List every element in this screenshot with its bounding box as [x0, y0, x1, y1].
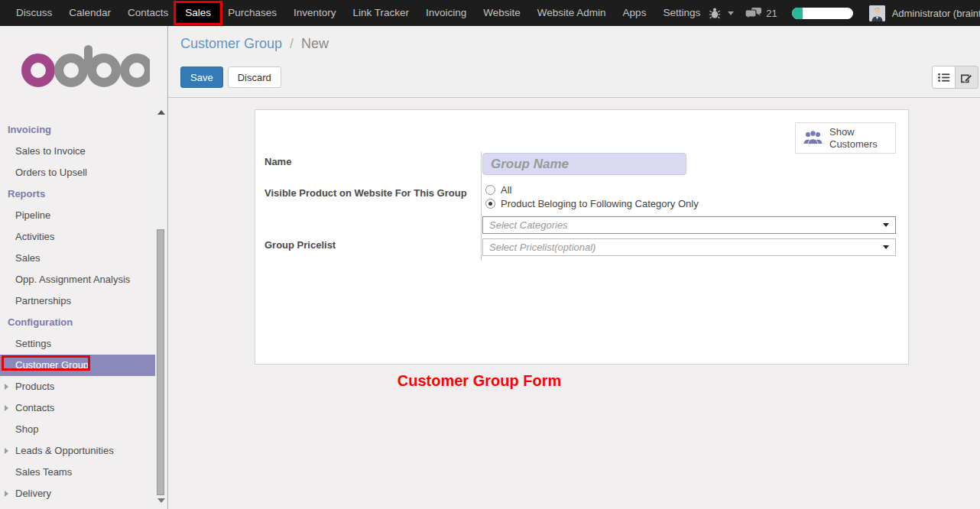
pill-progress-fill	[792, 8, 803, 19]
annotation-caption: Customer Group Form	[168, 372, 790, 390]
menu-invoicing[interactable]: Invoicing	[417, 0, 475, 26]
radio-category-label: Product Beloging to Following Category O…	[501, 198, 699, 209]
sidebar-item-opp-assignment-analysis[interactable]: Opp. Assignment Analysis	[0, 269, 167, 290]
save-button[interactable]: Save	[180, 66, 223, 88]
sidebar-item-delivery[interactable]: Delivery	[0, 483, 167, 504]
menu-website-admin[interactable]: Website Admin	[529, 0, 615, 26]
sidebar-item-leads-label: Leads & Opportunities	[15, 445, 114, 456]
list-icon	[938, 73, 950, 83]
menu-website[interactable]: Website	[475, 0, 529, 26]
messages-chat-icon[interactable]	[745, 7, 762, 19]
pricelist-field-label: Group Pricelist	[264, 239, 336, 251]
status-progress-pill[interactable]	[792, 8, 853, 19]
sidebar-item-sales[interactable]: Sales	[0, 248, 167, 269]
customers-users-icon	[803, 130, 823, 146]
form-column-divider	[481, 152, 482, 261]
main-content: Show Customers Name Visible Product on W…	[168, 98, 980, 509]
show-customers-button[interactable]: Show Customers	[795, 122, 896, 154]
user-menu[interactable]: Administrator (braintree)	[892, 8, 980, 19]
sidebar-item-sales-teams[interactable]: Sales Teams	[0, 462, 167, 483]
sidebar-item-sales-to-invoice[interactable]: Sales to Invoice	[0, 141, 167, 162]
sidebar-item-shop[interactable]: Shop	[0, 419, 167, 440]
visibility-field-label: Visible Product on Website For This Grou…	[264, 187, 467, 199]
radio-category-circle[interactable]	[485, 199, 495, 209]
menu-discuss[interactable]: Discuss	[8, 0, 60, 26]
scroll-down-arrow-icon[interactable]	[157, 498, 165, 503]
scroll-up-arrow-icon[interactable]	[157, 110, 165, 115]
expand-arrow-icon	[5, 405, 8, 411]
group-name-input[interactable]	[482, 153, 686, 175]
sidebar-item-delivery-label: Delivery	[15, 488, 51, 499]
breadcrumb-separator: /	[286, 36, 297, 51]
breadcrumb-customer-group-link[interactable]: Customer Group	[180, 36, 282, 51]
section-invoicing: Invoicing	[0, 119, 167, 141]
dropdown-caret-icon	[883, 245, 889, 249]
menu-contacts[interactable]: Contacts	[119, 0, 177, 26]
form-sheet: Show Customers Name Visible Product on W…	[255, 109, 909, 365]
app-sidebar: Invoicing Sales to Invoice Orders to Ups…	[0, 26, 168, 509]
scrollbar-thumb[interactable]	[157, 229, 164, 495]
section-configuration: Configuration	[0, 312, 167, 333]
form-view-button[interactable]	[955, 66, 978, 89]
breadcrumb-current: New	[301, 36, 329, 51]
breadcrumb: Customer Group / New	[180, 36, 329, 52]
radio-all-label: All	[501, 184, 511, 196]
odoo-logo	[0, 26, 167, 102]
radio-option-category-only[interactable]: Product Beloging to Following Category O…	[485, 198, 699, 209]
sidebar-menu: Invoicing Sales to Invoice Orders to Ups…	[0, 119, 167, 504]
expand-arrow-icon	[5, 448, 8, 454]
sidebar-item-pipeline[interactable]: Pipeline	[0, 205, 167, 226]
sidebar-item-orders-to-upsell[interactable]: Orders to Upsell	[0, 162, 167, 183]
select-categories-dropdown[interactable]: Select Categories	[482, 216, 896, 234]
list-view-button[interactable]	[932, 66, 956, 89]
menu-settings[interactable]: Settings	[654, 0, 709, 26]
control-panel: Customer Group / New Save Discard	[168, 26, 980, 98]
message-count-badge[interactable]: 21	[766, 8, 777, 19]
section-reports: Reports	[0, 183, 167, 205]
sidebar-scrollbar[interactable]	[156, 105, 166, 507]
menu-sales[interactable]: Sales	[177, 0, 219, 26]
menu-inventory[interactable]: Inventory	[285, 0, 345, 26]
sidebar-item-leads-opportunities[interactable]: Leads & Opportunities	[0, 440, 167, 462]
discard-button[interactable]: Discard	[228, 66, 281, 88]
sidebar-item-contacts-label: Contacts	[15, 402, 54, 413]
sidebar-item-customer-group[interactable]: Customer Group	[0, 355, 155, 376]
select-categories-placeholder: Select Categories	[489, 219, 568, 231]
menu-sales-label: Sales	[185, 7, 211, 18]
menu-link-tracker[interactable]: Link Tracker	[344, 0, 417, 26]
name-field-label: Name	[264, 156, 291, 167]
sidebar-item-settings[interactable]: Settings	[0, 333, 167, 355]
debug-dropdown-caret-icon[interactable]	[728, 11, 734, 15]
form-buttons: Save Discard	[180, 66, 281, 88]
edit-pencil-icon	[961, 72, 972, 83]
menu-calendar[interactable]: Calendar	[60, 0, 119, 26]
sidebar-item-products[interactable]: Products	[0, 376, 167, 397]
expand-arrow-icon	[5, 491, 8, 497]
top-menu-bar: Discuss Calendar Contacts Sales Purchase…	[0, 0, 980, 26]
select-pricelist-placeholder: Select Pricelist(optional)	[489, 242, 595, 253]
select-pricelist-dropdown[interactable]: Select Pricelist(optional)	[482, 238, 896, 256]
sidebar-item-contacts[interactable]: Contacts	[0, 397, 167, 419]
menu-apps[interactable]: Apps	[615, 0, 655, 26]
radio-all-circle[interactable]	[485, 185, 495, 195]
sidebar-item-partnerships[interactable]: Partnerships	[0, 290, 167, 312]
debug-bug-icon[interactable]	[709, 7, 721, 19]
dropdown-caret-icon	[883, 223, 889, 227]
sidebar-item-customer-group-label: Customer Group	[15, 359, 89, 371]
view-switcher	[932, 66, 978, 89]
sidebar-item-products-label: Products	[15, 381, 54, 392]
user-avatar[interactable]	[869, 5, 885, 21]
sidebar-item-activities[interactable]: Activities	[0, 226, 167, 248]
show-customers-label: Show Customers	[829, 126, 883, 151]
menu-purchases[interactable]: Purchases	[219, 0, 285, 26]
radio-option-all[interactable]: All	[485, 184, 511, 196]
expand-arrow-icon	[5, 384, 8, 390]
